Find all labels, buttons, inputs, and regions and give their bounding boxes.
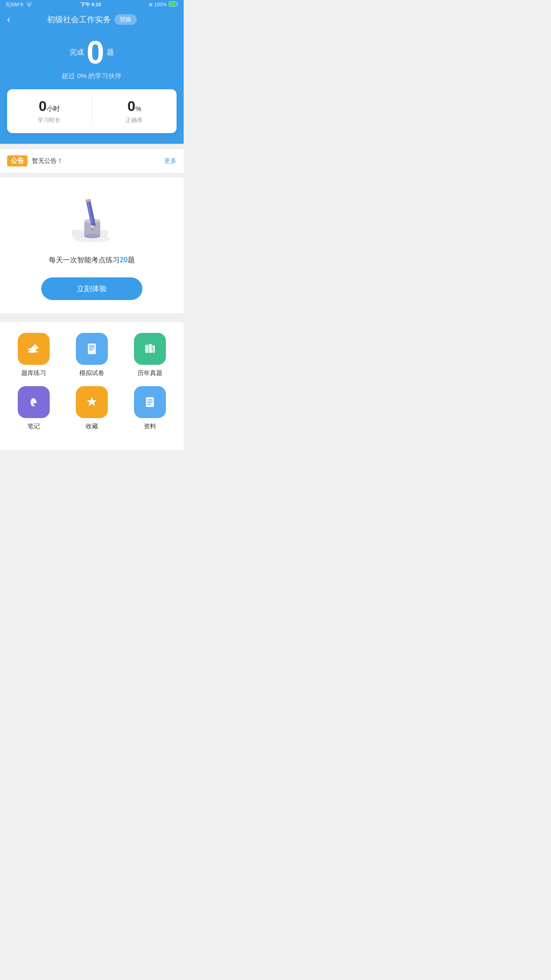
question-bank-icon: [18, 333, 50, 365]
accuracy-value: 0%: [99, 98, 170, 115]
announcement-more-button[interactable]: 更多: [164, 157, 177, 165]
sim-label: 无SIM卡: [5, 1, 24, 8]
svg-rect-23: [149, 344, 150, 353]
mock-exam-label: 模拟试卷: [79, 369, 104, 377]
switch-button[interactable]: 切换: [114, 14, 137, 25]
completed-prefix: 完成: [70, 48, 84, 57]
menu-item-materials[interactable]: 资料: [123, 386, 177, 431]
mock-exam-icon: test: [76, 333, 108, 365]
menu-item-notes[interactable]: 笔记: [7, 386, 61, 431]
question-bank-label: 题库练习: [21, 369, 46, 377]
study-hours-label: 学习时长: [14, 116, 85, 124]
page-header: ‹ 初级社会工作实务 切换: [0, 9, 184, 32]
accuracy-label: 正确率: [99, 116, 170, 124]
materials-icon: [134, 386, 166, 418]
study-hours-value: 0小时: [14, 98, 85, 115]
surpass-text: 超过 0% 的学习伙伴: [0, 72, 184, 80]
status-left: 无SIM卡: [5, 1, 33, 8]
completed-suffix: 题: [107, 48, 114, 57]
menu-item-past-exams[interactable]: 历年真题: [123, 333, 177, 377]
completed-row: 完成 0 题: [0, 36, 184, 68]
announcement-bar: 公告 暂无公告！ 更多: [0, 149, 184, 173]
svg-text:test: test: [90, 344, 94, 347]
daily-section: 每天一次智能考点练习20题 立刻体验: [0, 178, 184, 313]
menu-section: 题库练习 test 模拟试卷: [0, 322, 184, 441]
svg-rect-1: [169, 2, 176, 6]
svg-point-6: [84, 234, 100, 238]
menu-item-mock-exam[interactable]: test 模拟试卷: [65, 333, 119, 377]
battery-icon: [169, 1, 178, 8]
section-separator: [0, 173, 184, 178]
accuracy-stat: 0% 正确率: [92, 89, 177, 133]
svg-rect-25: [32, 405, 35, 406]
bottom-spacer: [0, 441, 184, 450]
notes-icon: [18, 386, 50, 418]
pencil-illustration: [63, 191, 121, 249]
wifi-icon: [26, 1, 33, 8]
study-hours-stat: 0小时 学习时长: [7, 89, 92, 133]
menu-separator: [0, 313, 184, 318]
past-exams-icon: [134, 333, 166, 365]
svg-rect-30: [147, 404, 151, 405]
back-button[interactable]: ‹: [7, 14, 10, 25]
experience-button[interactable]: 立刻体验: [41, 277, 142, 300]
past-exams-label: 历年真题: [138, 369, 162, 377]
svg-rect-24: [153, 345, 153, 353]
daily-description: 每天一次智能考点练习20题: [7, 256, 177, 265]
svg-marker-26: [87, 397, 97, 406]
menu-grid: 题库练习 test 模拟试卷: [7, 333, 177, 431]
status-bar: 无SIM卡 下午 4:10 ⊕ 100%: [0, 0, 184, 9]
completed-count: 0: [87, 36, 104, 68]
svg-rect-29: [147, 402, 153, 403]
favorites-label: 收藏: [86, 423, 98, 431]
stats-card: 0小时 学习时长 0% 正确率: [7, 89, 177, 133]
status-right: ⊕ 100%: [149, 1, 178, 8]
svg-rect-28: [147, 399, 153, 400]
svg-rect-16: [89, 348, 94, 348]
status-time: 下午 4:10: [80, 1, 101, 8]
svg-rect-22: [146, 345, 146, 353]
battery-percent: 100%: [154, 2, 167, 7]
favorites-icon: [76, 386, 108, 418]
svg-rect-17: [89, 349, 93, 350]
menu-item-favorites[interactable]: 收藏: [65, 386, 119, 431]
page-title: 初级社会工作实务: [47, 14, 111, 25]
announcement-badge: 公告: [7, 155, 28, 166]
location-icon: ⊕: [149, 2, 153, 8]
hero-section: 完成 0 题 超过 0% 的学习伙伴: [0, 32, 184, 98]
announcement-text: 暂无公告！: [32, 157, 164, 165]
notes-label: 笔记: [28, 423, 40, 431]
menu-item-question-bank[interactable]: 题库练习: [7, 333, 61, 377]
materials-label: 资料: [144, 423, 156, 431]
